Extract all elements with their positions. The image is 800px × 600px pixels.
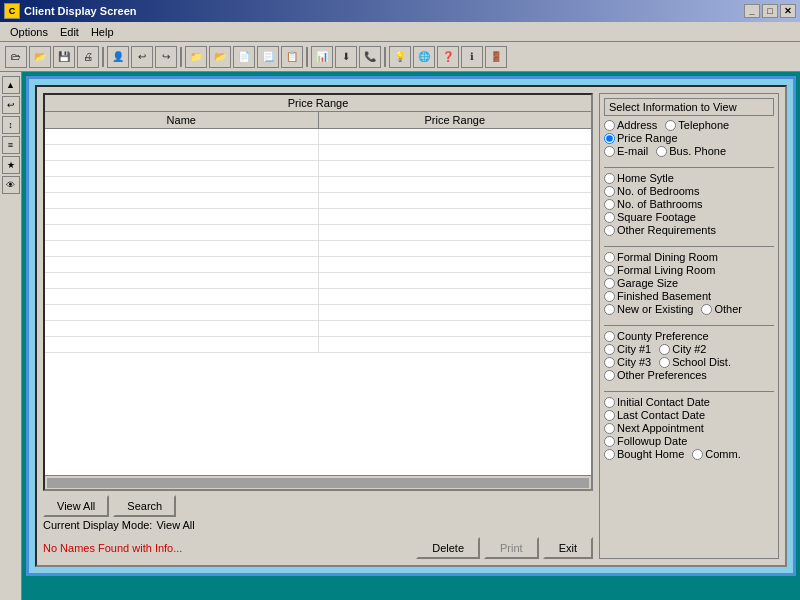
sidebar-icon-6[interactable]: 👁 [2, 176, 20, 194]
radio-address-label[interactable]: Address [617, 119, 657, 131]
minimize-button[interactable]: _ [744, 4, 760, 18]
radio-finishedbasement-label[interactable]: Finished Basement [617, 290, 711, 302]
radio-otherprefs[interactable]: Other Preferences [604, 369, 707, 381]
radio-city2-label[interactable]: City #2 [672, 343, 706, 355]
exit-button[interactable]: Exit [543, 537, 593, 559]
radio-telephone-label[interactable]: Telephone [678, 119, 729, 131]
radio-followup[interactable]: Followup Date [604, 435, 687, 447]
radio-city1-label[interactable]: City #1 [617, 343, 651, 355]
radio-garagesize-label[interactable]: Garage Size [617, 277, 678, 289]
toolbar-help[interactable]: ❓ [437, 46, 459, 68]
radio-boughthome-label[interactable]: Bought Home [617, 448, 684, 460]
radio-garagesize[interactable]: Garage Size [604, 277, 678, 289]
radio-lastcontact[interactable]: Last Contact Date [604, 409, 705, 421]
toolbar-down[interactable]: ⬇ [335, 46, 357, 68]
radio-address[interactable]: Address [604, 119, 657, 131]
radio-formalliving-label[interactable]: Formal Living Room [617, 264, 715, 276]
toolbar-folder1[interactable]: 📁 [185, 46, 207, 68]
toolbar-folder2[interactable]: 📂 [209, 46, 231, 68]
toolbar-light[interactable]: 💡 [389, 46, 411, 68]
radio-schooldist-label[interactable]: School Dist. [672, 356, 731, 368]
radio-busphone-label[interactable]: Bus. Phone [669, 145, 726, 157]
close-button[interactable]: ✕ [780, 4, 796, 18]
radio-nextappt-label[interactable]: Next Appointment [617, 422, 704, 434]
radio-city2[interactable]: City #2 [659, 343, 706, 355]
maximize-button[interactable]: □ [762, 4, 778, 18]
radio-countypref[interactable]: County Preference [604, 330, 709, 342]
radio-otherprefs-label[interactable]: Other Preferences [617, 369, 707, 381]
toolbar-chart[interactable]: 📊 [311, 46, 333, 68]
radio-pricerange[interactable]: Price Range [604, 132, 678, 144]
radio-comm[interactable]: Comm. [692, 448, 740, 460]
sidebar-icon-1[interactable]: ▲ [2, 76, 20, 94]
toolbar-print[interactable]: 🖨 [77, 46, 99, 68]
radio-email-label[interactable]: E-mail [617, 145, 648, 157]
menu-edit[interactable]: Edit [54, 24, 85, 40]
radio-comm-label[interactable]: Comm. [705, 448, 740, 460]
toolbar-forward[interactable]: ↪ [155, 46, 177, 68]
sidebar-icon-4[interactable]: ≡ [2, 136, 20, 154]
radio-email[interactable]: E-mail [604, 145, 648, 157]
toolbar-doc3[interactable]: 📋 [281, 46, 303, 68]
radio-neworexisting-label[interactable]: New or Existing [617, 303, 693, 315]
radio-city3-label[interactable]: City #3 [617, 356, 651, 368]
radio-followup-label[interactable]: Followup Date [617, 435, 687, 447]
radio-formaldining[interactable]: Formal Dining Room [604, 251, 718, 263]
radio-formalliving[interactable]: Formal Living Room [604, 264, 715, 276]
radio-other[interactable]: Other [701, 303, 742, 315]
radio-countypref-label[interactable]: County Preference [617, 330, 709, 342]
print-button[interactable]: Print [484, 537, 539, 559]
radio-busphone[interactable]: Bus. Phone [656, 145, 726, 157]
toolbar-phone[interactable]: 📞 [359, 46, 381, 68]
toolbar-info[interactable]: ℹ [461, 46, 483, 68]
radio-homestyle[interactable]: Home Sytle [604, 172, 674, 184]
view-all-button[interactable]: View All [43, 495, 109, 517]
radio-schooldist[interactable]: School Dist. [659, 356, 731, 368]
window-controls: _ □ ✕ [744, 4, 796, 18]
table-cell-value [319, 193, 592, 208]
radio-lastcontact-label[interactable]: Last Contact Date [617, 409, 705, 421]
table-body [45, 129, 591, 475]
radio-sqft-label[interactable]: Square Footage [617, 211, 696, 223]
toolbar-back[interactable]: ↩ [131, 46, 153, 68]
radio-finishedbasement[interactable]: Finished Basement [604, 290, 711, 302]
toolbar-globe[interactable]: 🌐 [413, 46, 435, 68]
scrollbar-track[interactable] [47, 478, 589, 488]
divider-3 [604, 325, 774, 326]
radio-telephone[interactable]: Telephone [665, 119, 729, 131]
horizontal-scrollbar[interactable] [45, 475, 591, 489]
radio-bathrooms-label[interactable]: No. of Bathrooms [617, 198, 703, 210]
sidebar-icon-2[interactable]: ↩ [2, 96, 20, 114]
toolbar-open[interactable]: 📂 [29, 46, 51, 68]
radio-nextappt[interactable]: Next Appointment [604, 422, 704, 434]
radio-neworexisting[interactable]: New or Existing [604, 303, 693, 315]
sidebar-icon-5[interactable]: ★ [2, 156, 20, 174]
radio-city3[interactable]: City #3 [604, 356, 651, 368]
toolbar-doc[interactable]: 📄 [233, 46, 255, 68]
toolbar-save[interactable]: 💾 [53, 46, 75, 68]
search-button[interactable]: Search [113, 495, 176, 517]
radio-initialcontact[interactable]: Initial Contact Date [604, 396, 710, 408]
radio-bedrooms-label[interactable]: No. of Bedrooms [617, 185, 700, 197]
radio-sqft[interactable]: Square Footage [604, 211, 696, 223]
toolbar-person[interactable]: 👤 [107, 46, 129, 68]
delete-button[interactable]: Delete [416, 537, 480, 559]
radio-homestyle-label[interactable]: Home Sytle [617, 172, 674, 184]
menu-options[interactable]: Options [4, 24, 54, 40]
radio-bedrooms[interactable]: No. of Bedrooms [604, 185, 700, 197]
radio-otherreq[interactable]: Other Requirements [604, 224, 716, 236]
radio-formaldining-label[interactable]: Formal Dining Room [617, 251, 718, 263]
toolbar-exit[interactable]: 🚪 [485, 46, 507, 68]
sidebar-icon-3[interactable]: ↕ [2, 116, 20, 134]
radio-bathrooms[interactable]: No. of Bathrooms [604, 198, 703, 210]
radio-other-label[interactable]: Other [714, 303, 742, 315]
radio-otherreq-label[interactable]: Other Requirements [617, 224, 716, 236]
toolbar-new[interactable]: 🗁 [5, 46, 27, 68]
outer-frame: Price Range Name Price Range [26, 76, 796, 576]
radio-pricerange-label[interactable]: Price Range [617, 132, 678, 144]
toolbar-doc2[interactable]: 📃 [257, 46, 279, 68]
radio-boughthome[interactable]: Bought Home [604, 448, 684, 460]
menu-help[interactable]: Help [85, 24, 120, 40]
radio-city1[interactable]: City #1 [604, 343, 651, 355]
radio-initialcontact-label[interactable]: Initial Contact Date [617, 396, 710, 408]
